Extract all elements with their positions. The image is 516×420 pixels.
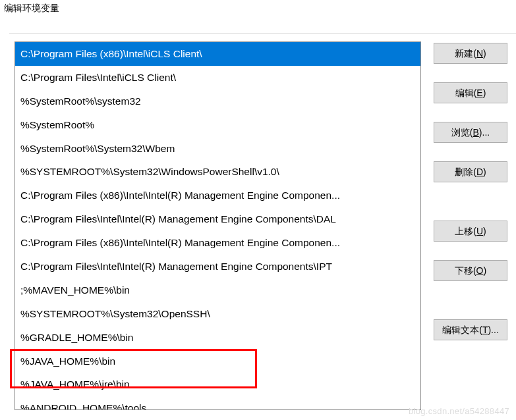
move-up-button[interactable]: 上移(U): [434, 221, 507, 242]
path-item[interactable]: ;%MAVEN_HOME%\bin: [15, 278, 420, 302]
path-item[interactable]: C:\Program Files\Intel\Intel(R) Manageme…: [15, 207, 420, 231]
path-item[interactable]: %JAVA_HOME%\bin: [15, 350, 420, 373]
content-area: C:\Program Files (x86)\Intel\iCLS Client…: [9, 33, 516, 420]
path-item[interactable]: %SystemRoot%\System32\Wbem: [15, 137, 420, 161]
button-panel: 新建(N) 编辑(E) 浏览(B)... 删除(D) 上移(U) 下移(O) 编…: [424, 34, 516, 420]
move-down-button[interactable]: 下移(O): [434, 260, 507, 281]
path-list[interactable]: C:\Program Files (x86)\Intel\iCLS Client…: [14, 41, 421, 410]
edit-text-button[interactable]: 编辑文本(T)...: [434, 319, 507, 340]
path-item[interactable]: %GRADLE_HOME%\bin: [15, 326, 420, 350]
path-item[interactable]: %JAVA_HOME%\jre\bin: [15, 373, 420, 396]
path-item[interactable]: C:\Program Files (x86)\Intel\iCLS Client…: [15, 42, 420, 66]
path-item[interactable]: %SYSTEMROOT%\System32\WindowsPowerShell\…: [15, 160, 420, 184]
path-item[interactable]: %SystemRoot%: [15, 113, 420, 137]
list-panel: C:\Program Files (x86)\Intel\iCLS Client…: [9, 34, 424, 420]
browse-button[interactable]: 浏览(B)...: [434, 122, 507, 143]
new-button[interactable]: 新建(N): [434, 43, 507, 64]
edit-button[interactable]: 编辑(E): [434, 82, 507, 103]
window-title: 编辑环境变量: [0, 0, 516, 17]
path-item[interactable]: %ANDROID_HOME%\tools: [15, 396, 420, 410]
path-item[interactable]: %SystemRoot%\system32: [15, 90, 420, 113]
path-item[interactable]: C:\Program Files (x86)\Intel\Intel(R) Ma…: [15, 231, 420, 255]
path-item[interactable]: %SYSTEMROOT%\System32\OpenSSH\: [15, 302, 420, 326]
watermark: blog.csdn.net/a54288447: [409, 406, 509, 416]
delete-button[interactable]: 删除(D): [434, 161, 507, 182]
path-item[interactable]: C:\Program Files\Intel\Intel(R) Manageme…: [15, 255, 420, 278]
path-item[interactable]: C:\Program Files\Intel\iCLS Client\: [15, 66, 420, 90]
path-item[interactable]: C:\Program Files (x86)\Intel\Intel(R) Ma…: [15, 184, 420, 207]
